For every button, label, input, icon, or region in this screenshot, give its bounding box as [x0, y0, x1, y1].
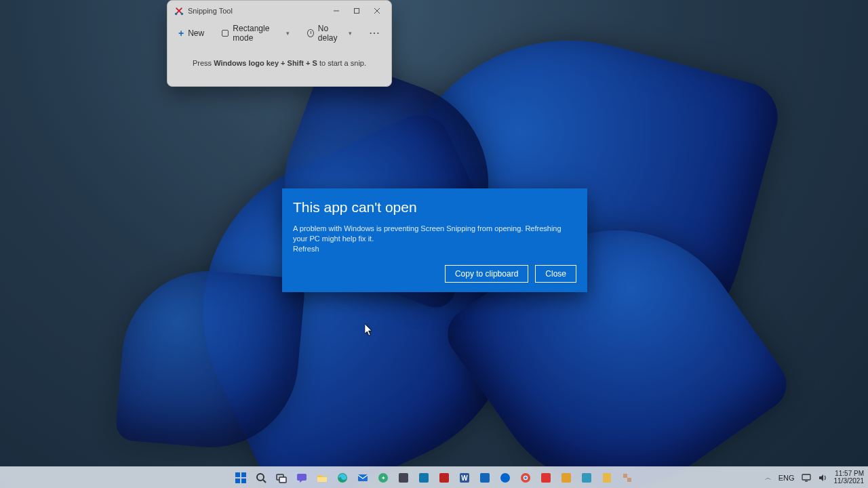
snipping-tool-window: Snipping Tool + New Rectangle mode ▾ No … — [167, 0, 392, 87]
taskbar[interactable]: ✦ W ︿ ENG 11:57 PM 11/3/2021 — [0, 466, 868, 488]
svg-point-0 — [175, 13, 178, 16]
taskbar-center: ✦ W — [233, 470, 635, 485]
new-label: New — [188, 28, 204, 38]
mail-button[interactable] — [355, 470, 370, 485]
delay-dropdown[interactable]: No delay ▾ — [303, 21, 356, 45]
time-text: 11:57 PM — [834, 470, 865, 478]
toolbar: + New Rectangle mode ▾ No delay ▾ ··· — [167, 21, 391, 45]
plus-icon: + — [178, 28, 184, 38]
taskbar-app-icon[interactable] — [579, 470, 594, 485]
error-dialog: This app can't open A problem with Windo… — [282, 188, 587, 292]
taskview-button[interactable] — [274, 470, 289, 485]
svg-rect-18 — [399, 473, 408, 483]
svg-rect-5 — [241, 472, 246, 477]
error-message: A problem with Windows is preventing Scr… — [293, 224, 576, 244]
taskbar-app-icon[interactable] — [498, 470, 513, 485]
edge-button[interactable] — [335, 470, 350, 485]
clock-icon — [307, 29, 314, 37]
volume-icon[interactable] — [818, 473, 827, 483]
svg-rect-29 — [561, 473, 571, 483]
delay-label: No delay — [318, 24, 343, 43]
network-icon[interactable] — [802, 473, 811, 483]
svg-rect-19 — [419, 473, 429, 483]
hint-text: Press Windows logo key + Shift + S to st… — [167, 45, 391, 86]
minimize-button[interactable] — [326, 1, 347, 21]
copy-to-clipboard-button[interactable]: Copy to clipboard — [445, 265, 528, 283]
chrome-button[interactable] — [518, 470, 533, 485]
svg-rect-6 — [235, 479, 240, 483]
taskbar-app-icon[interactable] — [620, 470, 635, 485]
maximize-button[interactable] — [347, 1, 367, 21]
svg-text:✦: ✦ — [381, 475, 386, 481]
start-button[interactable] — [233, 470, 248, 485]
svg-point-1 — [181, 13, 184, 16]
svg-point-8 — [257, 474, 264, 481]
tray-overflow-button[interactable]: ︿ — [765, 473, 772, 483]
mode-label: Rectangle mode — [233, 24, 281, 43]
taskbar-app-icon[interactable] — [599, 470, 614, 485]
svg-rect-28 — [541, 473, 551, 483]
close-dialog-button[interactable]: Close — [535, 265, 576, 283]
file-explorer-button[interactable] — [315, 470, 330, 485]
mouse-cursor — [365, 324, 373, 336]
snipping-tool-icon — [174, 6, 184, 16]
close-button[interactable] — [367, 1, 387, 21]
svg-rect-4 — [235, 472, 240, 477]
search-button[interactable] — [254, 470, 269, 485]
svg-rect-31 — [603, 473, 611, 483]
taskbar-app-icon[interactable] — [477, 470, 492, 485]
svg-rect-12 — [297, 474, 307, 481]
taskbar-app-icon[interactable]: ✦ — [376, 470, 391, 485]
svg-point-27 — [524, 476, 527, 479]
taskbar-app-icon[interactable] — [538, 470, 553, 485]
window-title: Snipping Tool — [188, 7, 233, 15]
svg-rect-15 — [358, 474, 368, 481]
date-text: 11/3/2021 — [834, 478, 865, 485]
taskbar-app-icon[interactable] — [396, 470, 411, 485]
chat-button[interactable] — [294, 470, 309, 485]
taskbar-app-icon[interactable] — [416, 470, 431, 485]
error-title: This app can't open — [293, 199, 576, 216]
more-button[interactable]: ··· — [366, 26, 384, 41]
svg-rect-20 — [439, 473, 449, 483]
svg-rect-23 — [480, 473, 490, 483]
svg-rect-13 — [317, 477, 327, 482]
svg-rect-11 — [279, 477, 286, 483]
chevron-down-icon: ▾ — [286, 30, 290, 37]
clock[interactable]: 11:57 PM 11/3/2021 — [834, 470, 865, 485]
chevron-down-icon: ▾ — [349, 30, 352, 37]
svg-line-9 — [263, 480, 266, 483]
word-button[interactable]: W — [457, 470, 472, 485]
svg-point-24 — [500, 473, 510, 483]
system-tray: ︿ ENG 11:57 PM 11/3/2021 — [765, 470, 864, 485]
rectangle-icon — [222, 30, 229, 37]
refresh-link[interactable]: Refresh — [293, 245, 576, 253]
svg-rect-32 — [802, 474, 810, 480]
language-indicator[interactable]: ENG — [778, 474, 795, 482]
svg-rect-30 — [582, 473, 591, 483]
title-bar[interactable]: Snipping Tool — [167, 1, 391, 21]
svg-rect-3 — [355, 9, 359, 14]
new-button[interactable]: + New — [174, 26, 208, 41]
svg-text:W: W — [461, 474, 468, 482]
svg-rect-7 — [241, 479, 246, 483]
taskbar-app-icon[interactable] — [559, 470, 574, 485]
taskbar-app-icon[interactable] — [437, 470, 452, 485]
mode-dropdown[interactable]: Rectangle mode ▾ — [218, 21, 294, 45]
